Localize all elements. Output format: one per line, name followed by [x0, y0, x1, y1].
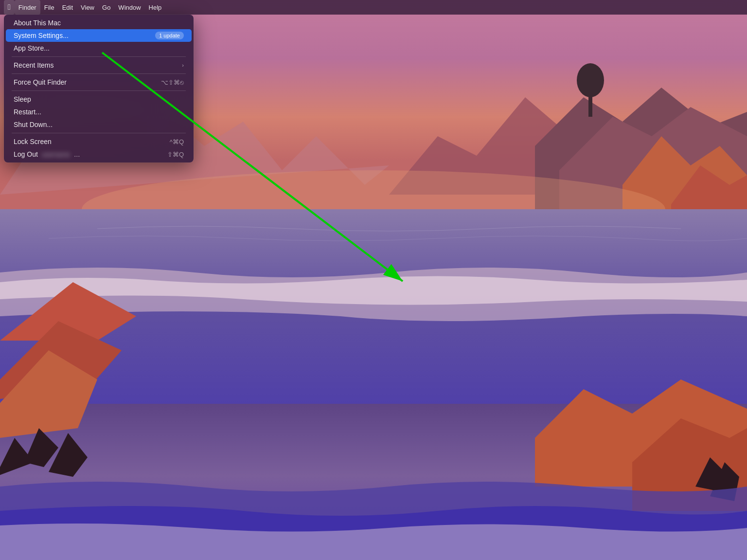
recent-items-label: Recent Items — [14, 61, 53, 69]
log-out-label: Log Out — [14, 150, 38, 158]
menu-item-sleep[interactable]: Sleep — [6, 93, 192, 106]
menu-item-app-store[interactable]: App Store... — [6, 42, 192, 54]
lock-screen-label: Lock Screen — [14, 138, 52, 145]
system-settings-label: System Settings... — [14, 32, 69, 39]
separator-3 — [12, 90, 186, 91]
force-quit-label: Force Quit Finder — [14, 78, 67, 86]
menu-item-recent-items[interactable]: Recent Items › — [6, 59, 192, 72]
separator-4 — [12, 133, 186, 133]
menubar-view[interactable]: View — [77, 0, 98, 15]
log-out-ellipsis: … — [74, 151, 80, 158]
app-store-label: App Store... — [14, 44, 50, 52]
log-out-shortcut: ⇧⌘Q — [167, 151, 184, 158]
menu-item-restart[interactable]: Restart... — [6, 106, 192, 118]
sleep-label: Sleep — [14, 95, 31, 103]
about-this-mac-label: About This Mac — [14, 19, 61, 27]
separator-2 — [12, 73, 186, 74]
apple-logo-icon:  — [8, 3, 11, 12]
apple-dropdown-menu: About This Mac System Settings... 1 upda… — [4, 15, 194, 163]
menubar-file[interactable]: File — [40, 0, 58, 15]
menubar-help[interactable]: Help — [145, 0, 166, 15]
separator-1 — [12, 56, 186, 57]
recent-items-chevron-icon: › — [182, 62, 184, 68]
menu-item-shut-down[interactable]: Shut Down... — [6, 118, 192, 131]
svg-point-2 — [577, 63, 604, 97]
log-out-username: username — [42, 151, 70, 158]
apple-menu-button[interactable]:  — [4, 0, 15, 15]
menubar-go[interactable]: Go — [98, 0, 114, 15]
menubar-window[interactable]: Window — [114, 0, 144, 15]
menubar-finder[interactable]: Finder — [15, 0, 40, 15]
lock-screen-shortcut: ^⌘Q — [170, 138, 184, 145]
menubar:  Finder File Edit View Go Window Help — [0, 0, 747, 15]
force-quit-shortcut: ⌥⇧⌘⎋ — [161, 79, 184, 86]
menu-item-system-settings[interactable]: System Settings... 1 update — [6, 29, 192, 42]
system-settings-update-badge: 1 update — [155, 32, 184, 39]
menubar-edit[interactable]: Edit — [58, 0, 77, 15]
menu-item-log-out[interactable]: Log Out username … ⇧⌘Q — [6, 148, 192, 161]
menu-item-about-this-mac[interactable]: About This Mac — [6, 17, 192, 29]
menu-item-force-quit[interactable]: Force Quit Finder ⌥⇧⌘⎋ — [6, 76, 192, 89]
menu-item-lock-screen[interactable]: Lock Screen ^⌘Q — [6, 135, 192, 148]
shut-down-label: Shut Down... — [14, 121, 53, 128]
restart-label: Restart... — [14, 108, 41, 116]
